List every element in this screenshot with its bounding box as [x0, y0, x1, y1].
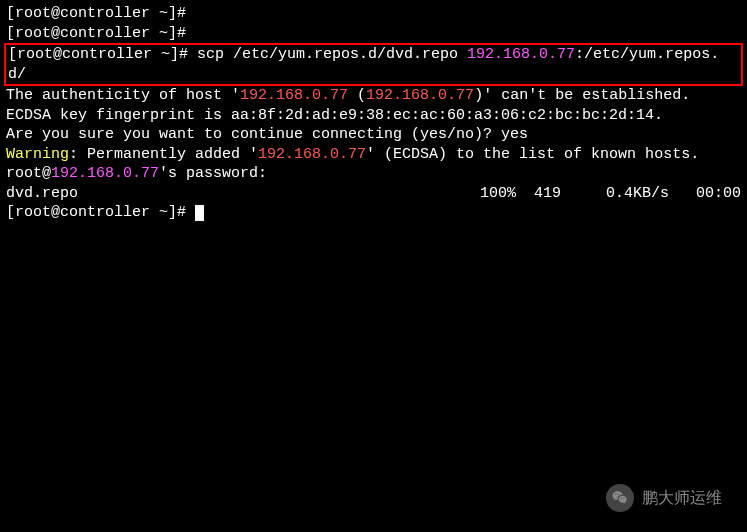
ip-address-text: 192.168.0.77	[51, 165, 159, 182]
text: : Permanently added '	[69, 146, 258, 163]
ip-address-text: 192.168.0.77	[467, 46, 575, 63]
ip-address-text: 192.168.0.77	[366, 87, 474, 104]
text: Are you sure you want to continue connec…	[6, 126, 501, 143]
prompt-text: [root@controller ~]#	[8, 46, 197, 63]
confirm-line: Are you sure you want to continue connec…	[6, 125, 741, 145]
text: ECDSA key fingerprint is aa:8f:2d:ad:e9:…	[6, 107, 663, 124]
watermark: 鹏大师运维	[606, 484, 722, 512]
text: (	[348, 87, 366, 104]
scp-command-wrap: d/	[8, 65, 739, 85]
ip-address-text: 192.168.0.77	[240, 87, 348, 104]
prompt-text: [root@controller ~]#	[6, 204, 195, 221]
prompt-line-empty: [root@controller ~]#	[6, 4, 741, 24]
command-text: :/etc/yum.repos.	[575, 46, 719, 63]
terminal-cursor	[195, 205, 204, 221]
command-text: d/	[8, 66, 26, 83]
transfer-filename: dvd.repo	[6, 184, 78, 204]
text: )' can't be established.	[474, 87, 690, 104]
warning-line: Warning: Permanently added '192.168.0.77…	[6, 145, 741, 165]
prompt-line-empty: [root@controller ~]#	[6, 24, 741, 44]
highlighted-command-box: [root@controller ~]# scp /etc/yum.repos.…	[4, 43, 743, 86]
ip-address-text: 192.168.0.77	[258, 146, 366, 163]
scp-command-line: [root@controller ~]# scp /etc/yum.repos.…	[8, 45, 739, 65]
prompt-line-cursor[interactable]: [root@controller ~]#	[6, 203, 741, 223]
prompt-text: [root@controller ~]#	[6, 25, 195, 42]
password-line: root@192.168.0.77's password:	[6, 164, 741, 184]
transfer-stats: 100% 419 0.4KB/s 00:00	[480, 184, 741, 204]
text: The authenticity of host '	[6, 87, 240, 104]
text: ' (ECDSA) to the list of known hosts.	[366, 146, 699, 163]
text: 's password:	[159, 165, 267, 182]
wechat-icon	[606, 484, 634, 512]
user-input-text: yes	[501, 126, 528, 143]
fingerprint-line: ECDSA key fingerprint is aa:8f:2d:ad:e9:…	[6, 106, 741, 126]
authenticity-line: The authenticity of host '192.168.0.77 (…	[6, 86, 741, 106]
warning-label: Warning	[6, 146, 69, 163]
command-text: scp /etc/yum.repos.d/dvd.repo	[197, 46, 467, 63]
transfer-progress-line: dvd.repo 100% 419 0.4KB/s 00:00	[6, 184, 741, 204]
prompt-text: [root@controller ~]#	[6, 5, 195, 22]
watermark-text: 鹏大师运维	[642, 488, 722, 509]
text: root@	[6, 165, 51, 182]
